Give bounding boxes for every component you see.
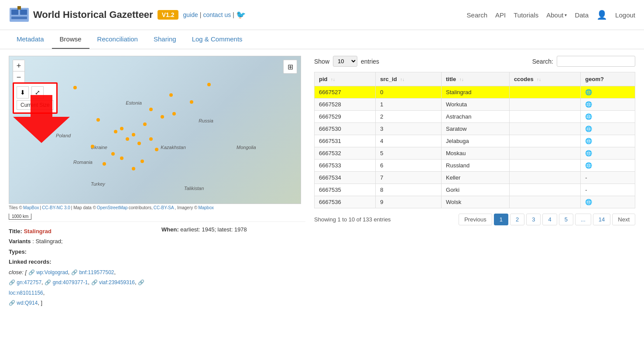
map-label-russia: Russia — [199, 118, 213, 123]
link-gn[interactable]: 🔗 gn:472757 — [9, 279, 41, 285]
page-button-...[interactable]: ... — [575, 214, 591, 225]
mapbox-link[interactable]: MapBox — [23, 205, 39, 210]
map-dot — [114, 130, 117, 133]
pagination-info: Showing 1 to 10 of 133 entries — [314, 216, 391, 223]
guide-link[interactable]: guide — [183, 11, 198, 18]
previous-button[interactable]: Previous — [459, 214, 492, 225]
table-row[interactable]: 66675314Jelabuga🌐 — [315, 135, 635, 147]
link-wp-volgograd[interactable]: 🔗 wp:Volgograd — [28, 269, 68, 275]
mapbox-imagery-link[interactable]: Mapbox — [198, 205, 214, 210]
col-pid: pid ↑↓ — [315, 72, 376, 86]
table-row[interactable]: 66675281Workuta🌐 — [315, 99, 635, 111]
page-button-1[interactable]: 1 — [494, 214, 508, 225]
link-bnf[interactable]: 🔗 bnf:119577502 — [71, 269, 114, 275]
table-row[interactable]: 66675303Saratow🌐 — [315, 123, 635, 135]
layers-icon: ⊞ — [288, 63, 293, 71]
info-title-value: Stalingrad — [24, 228, 51, 234]
tab-log-comments[interactable]: Log & Comments — [184, 30, 250, 49]
pagination-buttons: Previous 12345...14Next — [459, 214, 635, 225]
nav-tutorials[interactable]: Tutorials — [514, 11, 538, 19]
nav-data[interactable]: Data — [575, 11, 589, 19]
chevron-down-icon: ▾ — [565, 13, 567, 17]
page-button-14[interactable]: 14 — [593, 214, 610, 225]
next-button[interactable]: Next — [612, 214, 635, 225]
tab-reconciliation[interactable]: Reconciliation — [89, 30, 146, 49]
link-viaf[interactable]: 🔗 viaf:239459316 — [91, 279, 135, 285]
zoom-out-button[interactable]: − — [13, 71, 24, 83]
svg-rect-4 — [17, 6, 21, 10]
link-gnd[interactable]: 🔗 gnd:4079377-1 — [45, 279, 88, 285]
osm-link[interactable]: OpenStreetMap — [97, 205, 128, 210]
map-dot — [140, 160, 144, 163]
when-label: When: — [161, 226, 180, 233]
linked-records-label: Linked records: — [9, 258, 51, 265]
user-icon: 👤 — [596, 10, 607, 20]
table-row[interactable]: 66675358Gorki- — [315, 184, 635, 196]
when-value: earliest: 1945; latest: 1978 — [180, 226, 247, 233]
site-title: World Historical Gazetteer — [33, 9, 153, 20]
map-dot — [207, 83, 211, 86]
page-button-3[interactable]: 3 — [526, 214, 541, 225]
col-ccodes: ccodes ↑↓ — [509, 72, 580, 86]
map-dot — [143, 122, 147, 126]
info-panel: Title: Stalingrad Variants : Stalingrad;… — [9, 221, 305, 313]
variants-label: Variants — [9, 238, 31, 245]
nav-api[interactable]: API — [495, 11, 506, 19]
table-row[interactable]: 66675347Keller- — [315, 172, 635, 184]
table-search-input[interactable] — [557, 56, 635, 67]
nav-search[interactable]: Search — [467, 11, 488, 19]
entries-select[interactable]: 10 25 50 100 — [333, 56, 357, 67]
map-dot — [161, 115, 164, 119]
map-dot — [132, 133, 135, 136]
map-zoom-controls: + − — [13, 60, 25, 83]
svg-rect-2 — [20, 10, 27, 15]
map-dot — [96, 118, 100, 122]
map-dot — [91, 145, 94, 148]
map-dot — [137, 142, 141, 145]
map-controls-box: ⬇ ⤢ Current Size — [13, 82, 58, 114]
table-row[interactable]: 66675292Astrachan🌐 — [315, 111, 635, 123]
map-download-button[interactable]: ⬇ — [17, 86, 29, 99]
map-dot — [73, 86, 77, 89]
pagination-row: Showing 1 to 10 of 133 entries Previous … — [314, 214, 635, 225]
col-geom: geom? — [581, 72, 635, 86]
table-header-row: pid ↑↓ src_id ↑↓ title ↑↓ ccodes ↑↓ geom… — [315, 72, 635, 86]
tab-metadata[interactable]: Metadata — [9, 30, 52, 49]
map-label-kazakhstan: Kazakhstan — [161, 145, 185, 150]
map-container: Russia Poland Ukraine Romania Kazakhstan… — [9, 56, 301, 204]
table-row[interactable]: 66675369Wolsk🌐 — [315, 196, 635, 208]
col-src-id: src_id ↑↓ — [376, 72, 442, 86]
map-expand-button[interactable]: ⤢ — [31, 86, 44, 99]
table-section: Show 10 25 50 100 entries Search: pid ↑↓… — [314, 56, 635, 313]
map-label-mongolia: Mongolia — [236, 145, 256, 150]
table-row[interactable]: 66675336Russland🌐 — [315, 160, 635, 172]
current-size-tooltip: Current Size — [17, 100, 54, 110]
map-layers-button[interactable]: ⊞ — [283, 60, 297, 74]
map-scale: 1000 km — [9, 214, 31, 220]
map-dot — [155, 148, 158, 151]
page-button-2[interactable]: 2 — [510, 214, 524, 225]
map-dot — [111, 152, 115, 156]
logout-button[interactable]: Logout — [615, 11, 635, 19]
cc-by-nc-link[interactable]: CC-BY-NC 3.0 — [42, 205, 70, 210]
show-label: Show — [314, 58, 329, 65]
link-wd[interactable]: 🔗 wd:Q914 — [9, 300, 38, 306]
contact-link[interactable]: contact us — [203, 11, 231, 18]
search-label: Search: — [532, 58, 553, 65]
types-label: Types: — [9, 248, 27, 255]
tab-browse[interactable]: Browse — [52, 30, 89, 49]
zoom-in-button[interactable]: + — [13, 60, 24, 71]
cc-by-sa-link[interactable]: CC-BY-SA — [154, 205, 174, 210]
logo: World Historical Gazetteer — [9, 4, 153, 25]
main-content: Russia Poland Ukraine Romania Kazakhstan… — [0, 49, 644, 319]
nav-about-dropdown[interactable]: About ▾ — [546, 11, 567, 19]
tab-sharing[interactable]: Sharing — [146, 30, 184, 49]
table-row[interactable]: 66675270Stalingrad🌐 — [315, 86, 635, 99]
tabs: Metadata Browse Reconciliation Sharing L… — [0, 30, 644, 49]
page-button-5[interactable]: 5 — [559, 214, 573, 225]
header-right: Search API Tutorials About ▾ Data 👤 Logo… — [467, 10, 635, 20]
page-button-4[interactable]: 4 — [542, 214, 557, 225]
search-box: Search: — [532, 56, 635, 67]
header-left: World Historical Gazetteer V1.2 guide | … — [9, 4, 246, 25]
table-row[interactable]: 66675325Moskau🌐 — [315, 147, 635, 160]
